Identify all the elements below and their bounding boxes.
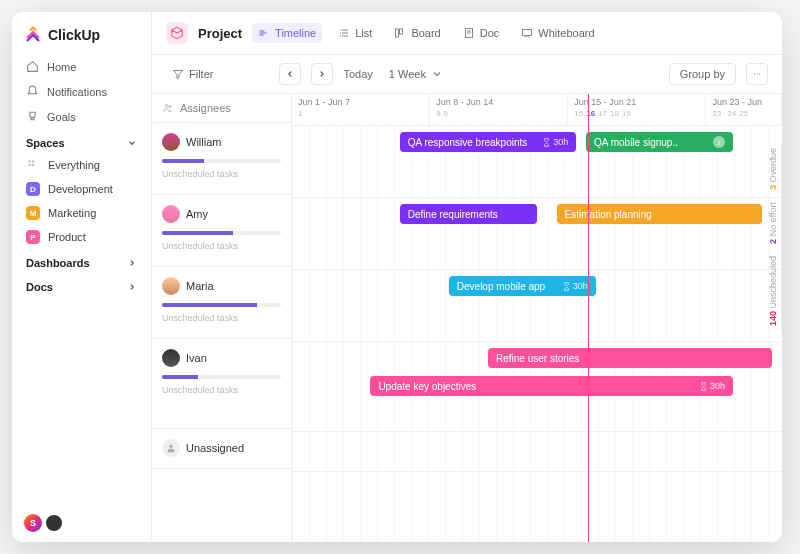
- unscheduled-label: Unscheduled: [768, 256, 778, 309]
- assignees-column: Assignees William Unscheduled tasks Amy: [152, 94, 292, 542]
- chevron-right-icon: [317, 69, 327, 79]
- unscheduled-label: Unscheduled tasks: [162, 169, 281, 179]
- unscheduled-label: Unscheduled tasks: [162, 313, 281, 323]
- unscheduled-count: 140: [768, 311, 778, 326]
- nav-notifications[interactable]: Notifications: [12, 79, 151, 104]
- space-everything[interactable]: Everything: [12, 153, 151, 177]
- filter-icon: [172, 68, 184, 80]
- view-doc-label: Doc: [480, 27, 500, 39]
- assignee-row-amy[interactable]: Amy Unscheduled tasks: [152, 195, 291, 267]
- task-bar[interactable]: QA responsive breakpoints 30h: [400, 132, 576, 152]
- svg-point-3: [32, 164, 34, 166]
- lane-maria: Develop mobile app 30h: [292, 270, 782, 342]
- assignee-name: William: [186, 136, 221, 148]
- user-avatar[interactable]: S: [24, 514, 42, 532]
- space-dev-chip: D: [26, 182, 40, 196]
- assignee-row-maria[interactable]: Maria Unscheduled tasks: [152, 267, 291, 339]
- side-badges: 3 Overdue 2 No effort 140 Unscheduled: [766, 142, 782, 542]
- badge-noeffort[interactable]: 2 No effort: [766, 196, 782, 250]
- more-button[interactable]: [746, 63, 768, 85]
- nav-home[interactable]: Home: [12, 54, 151, 79]
- task-hours: 30h: [699, 381, 725, 391]
- badge-overdue[interactable]: 3 Overdue: [766, 142, 782, 196]
- week-header: Jun 1 - Jun 7 1: [292, 94, 430, 125]
- task-bar[interactable]: QA mobile signup.. i: [586, 132, 733, 152]
- next-button[interactable]: [311, 63, 333, 85]
- project-icon[interactable]: [166, 22, 188, 44]
- brand-name: ClickUp: [48, 27, 100, 43]
- secondary-avatar[interactable]: [46, 515, 62, 531]
- bell-icon: [26, 85, 39, 98]
- list-icon: [338, 27, 350, 39]
- group-by-label: Group by: [680, 68, 725, 80]
- week-label: Jun 15 - Jun 21: [574, 97, 699, 107]
- unassigned-icon: [162, 439, 180, 457]
- view-whiteboard-label: Whiteboard: [538, 27, 594, 39]
- task-label: Update key objectives: [378, 381, 476, 392]
- docs-section-header[interactable]: Docs: [12, 273, 151, 297]
- view-timeline[interactable]: Timeline: [252, 23, 322, 43]
- svg-point-8: [754, 73, 755, 74]
- progress-bar: [162, 231, 281, 235]
- svg-rect-5: [400, 29, 403, 34]
- overdue-label: Overdue: [768, 148, 778, 183]
- view-board[interactable]: Board: [388, 23, 446, 43]
- space-development[interactable]: D Development: [12, 177, 151, 201]
- svg-point-13: [169, 445, 172, 448]
- noeffort-label: No effort: [768, 202, 778, 236]
- task-bar[interactable]: Define requirements: [400, 204, 537, 224]
- view-timeline-label: Timeline: [275, 27, 316, 39]
- main-pane: Project Timeline List Board Doc Whiteboa…: [152, 12, 782, 542]
- chevron-down-icon: [431, 68, 443, 80]
- spaces-section-header[interactable]: Spaces: [12, 129, 151, 153]
- filter-button[interactable]: Filter: [166, 64, 219, 84]
- timeline-grid[interactable]: Jun 1 - Jun 7 1 Jun 8 - Jun 14 89 Jun 15…: [292, 94, 782, 542]
- task-label: QA mobile signup..: [594, 137, 678, 148]
- brand-logo[interactable]: ClickUp: [12, 12, 151, 54]
- lane-unassigned: [292, 432, 782, 472]
- view-whiteboard[interactable]: Whiteboard: [515, 23, 600, 43]
- task-bar[interactable]: Refine user stories: [488, 348, 772, 368]
- nav-notifications-label: Notifications: [47, 86, 107, 98]
- view-doc[interactable]: Doc: [457, 23, 506, 43]
- space-mkt-label: Marketing: [48, 207, 96, 219]
- trophy-icon: [26, 110, 39, 123]
- prev-button[interactable]: [279, 63, 301, 85]
- nav-home-label: Home: [47, 61, 76, 73]
- doc-icon: [463, 27, 475, 39]
- group-by-button[interactable]: Group by: [669, 63, 736, 85]
- docs-label: Docs: [26, 281, 53, 293]
- svg-point-1: [32, 160, 34, 162]
- assignee-row-william[interactable]: William Unscheduled tasks: [152, 123, 291, 195]
- week-header: Jun 23 - Jun 232425: [706, 94, 782, 125]
- badge-unscheduled[interactable]: 140 Unscheduled: [766, 250, 782, 332]
- view-list[interactable]: List: [332, 23, 378, 43]
- hourglass-icon: [562, 282, 571, 291]
- task-bar[interactable]: Update key objectives 30h: [370, 376, 733, 396]
- nav-goals-label: Goals: [47, 111, 76, 123]
- range-selector[interactable]: 1 Week: [383, 64, 449, 84]
- ellipsis-icon: [752, 69, 762, 79]
- space-marketing[interactable]: M Marketing: [12, 201, 151, 225]
- week-label: Jun 23 - Jun: [712, 97, 775, 107]
- assignee-name: Ivan: [186, 352, 207, 364]
- today-button[interactable]: Today: [343, 68, 372, 80]
- task-bar[interactable]: Develop mobile app 30h: [449, 276, 596, 296]
- week-header: Jun 8 - Jun 14 89: [430, 94, 568, 125]
- assignee-row-ivan[interactable]: Ivan Unscheduled tasks: [152, 339, 291, 429]
- chevron-right-icon: [127, 258, 137, 268]
- user-avatars[interactable]: S: [12, 504, 151, 542]
- chevron-left-icon: [285, 69, 295, 79]
- dashboards-section-header[interactable]: Dashboards: [12, 249, 151, 273]
- info-icon: i: [713, 136, 725, 148]
- assignee-row-unassigned[interactable]: Unassigned: [152, 429, 291, 469]
- svg-point-0: [28, 160, 30, 162]
- board-icon: [394, 27, 406, 39]
- task-label: QA responsive breakpoints: [408, 137, 528, 148]
- task-label: Refine user stories: [496, 353, 579, 364]
- avatar-ivan: [162, 349, 180, 367]
- svg-point-2: [28, 164, 30, 166]
- space-product[interactable]: P Product: [12, 225, 151, 249]
- assignees-header[interactable]: Assignees: [152, 94, 291, 123]
- nav-goals[interactable]: Goals: [12, 104, 151, 129]
